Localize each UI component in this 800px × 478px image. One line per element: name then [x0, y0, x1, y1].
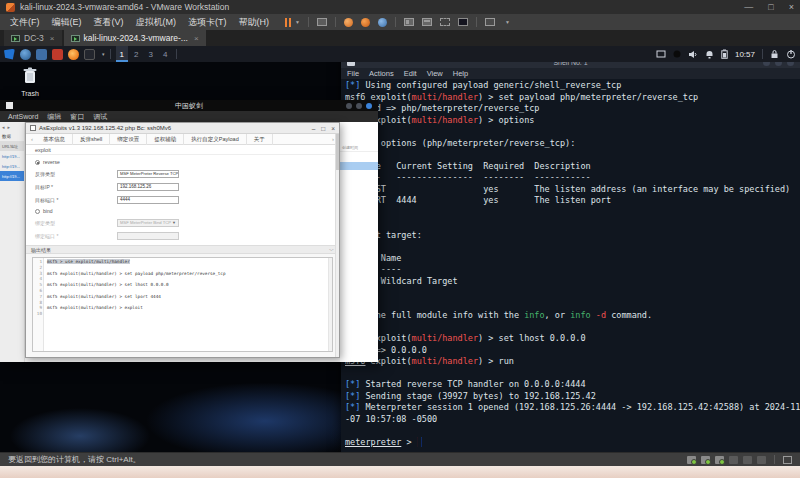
snapshot-manager-icon[interactable] [378, 18, 387, 27]
notifications-bell-icon[interactable] [705, 50, 714, 59]
output-console[interactable]: 12345678910 msf5 > use exploit/multi/han… [32, 257, 333, 352]
collapse-chevron-icon[interactable]: ﹀ [329, 247, 334, 253]
bind-radio[interactable]: bind [35, 206, 330, 216]
menu-item-帮助(H)[interactable]: 帮助(H) [233, 16, 276, 29]
antsword-menu-item[interactable]: 调试 [93, 112, 107, 122]
file-manager-icon[interactable] [36, 49, 47, 60]
workspace-1[interactable]: 1 [116, 46, 128, 62]
terminal-menu-help[interactable]: Help [453, 69, 468, 78]
workspace-2[interactable]: 2 [130, 46, 142, 62]
dialog-scrollbar[interactable] [335, 134, 339, 357]
lock-icon[interactable] [770, 49, 779, 59]
dialog-tab-提权辅助[interactable]: 提权辅助 [147, 134, 184, 145]
guest-desktop: ▾ 1234 10:57 T [0, 46, 800, 452]
back-arrow-icon[interactable]: ◂ [2, 124, 5, 130]
output-scrollbar[interactable] [328, 258, 332, 351]
kali-panel: ▾ 1234 10:57 [0, 46, 800, 62]
terminal-output[interactable]: [*] Using configured payload generic/she… [341, 79, 800, 452]
bounce-type-select[interactable]: MSF MeterPreter Reverse TCP▼ [117, 170, 179, 178]
antsword-menu-item[interactable]: 编辑 [47, 112, 61, 122]
terminal-dropdown-icon[interactable]: ▾ [102, 51, 105, 57]
console-view-icon[interactable] [458, 18, 468, 26]
show-thumbnail-bar-icon[interactable] [422, 18, 432, 26]
bind-type-select[interactable]: MSF MeterPreter Bind TCP▼ [117, 219, 179, 227]
workspace-3[interactable]: 3 [144, 46, 156, 62]
display-icon[interactable] [656, 50, 666, 59]
browser-icon[interactable] [20, 49, 31, 60]
trash-desktop-icon[interactable]: Trash [12, 66, 48, 97]
terminal-line [345, 425, 800, 437]
antsword-titlebar[interactable]: 中国蚁剑 [0, 100, 378, 111]
maximize-button[interactable]: □ [768, 0, 773, 14]
usb-device-icon[interactable] [729, 456, 738, 464]
workspace-4[interactable]: 4 [159, 46, 171, 62]
close-button[interactable]: × [789, 0, 794, 14]
reverse-radio[interactable]: reverse [35, 157, 330, 167]
show-library-icon[interactable] [404, 18, 414, 26]
printer-device-icon[interactable] [743, 456, 752, 464]
dialog-tab-绑定设置[interactable]: 绑定设置 [110, 134, 147, 145]
take-snapshot-icon[interactable] [361, 18, 370, 27]
shell-list-header: URL地址 [0, 142, 24, 151]
menu-item-编辑(E)[interactable]: 编辑(E) [46, 16, 88, 29]
target-ip-input[interactable]: 192.168.125.26 [117, 183, 179, 191]
forward-arrow-icon[interactable]: ▸ [8, 124, 11, 130]
recorder-dot-icon[interactable] [673, 50, 681, 58]
vm-tab-close-icon[interactable]: × [194, 34, 199, 43]
shell-list-item[interactable]: http://19... [0, 171, 24, 181]
sidebar-tab-data[interactable]: 数据 [0, 132, 24, 142]
antsword-menu-item[interactable]: AntSword [8, 113, 38, 120]
dialog-tab-反弹shell[interactable]: 反弹shell [73, 134, 110, 145]
dialog-titlebar[interactable]: AsExploits v1.3 192.168.125.42 php Bc: s… [26, 123, 339, 134]
vm-tab-close-icon[interactable]: × [50, 34, 55, 43]
vm-tab[interactable]: kali-linux-2024.3-vmware-...× [64, 30, 206, 46]
dialog-tab-关于[interactable]: 关于 [247, 134, 273, 145]
bind-port-input[interactable] [117, 232, 179, 240]
revert-snapshot-icon[interactable] [344, 18, 353, 27]
volume-icon[interactable] [688, 50, 698, 59]
minimize-button[interactable]: — [744, 0, 753, 14]
terminal-line [345, 368, 800, 380]
dialog-close-button[interactable]: × [331, 125, 335, 132]
output-code: msf5 > use exploit/multi/handler msf5 ex… [44, 258, 328, 351]
selected-shell-row[interactable] [340, 162, 378, 170]
target-port-input[interactable]: 4444 [117, 196, 179, 204]
shell-list-item[interactable]: http://19... [0, 161, 24, 171]
message-log-icon[interactable] [783, 456, 792, 464]
battery-icon[interactable] [721, 49, 728, 59]
terminal-line: msf6 exploit(multi/handler) > options [345, 115, 800, 127]
kali-menu-icon[interactable] [4, 49, 15, 60]
harddisk-device-icon[interactable] [687, 456, 696, 464]
terminal-menu-actions[interactable]: Actions [369, 69, 394, 78]
unity-mode-icon[interactable] [440, 18, 450, 26]
network-device-icon[interactable] [701, 456, 710, 464]
terminal-menu-edit[interactable]: Edit [404, 69, 417, 78]
sound-device-icon[interactable] [715, 456, 724, 464]
pause-vm-button[interactable]: ▼ [285, 18, 300, 27]
dialog-tab-基本信息[interactable]: 基本信息 [36, 134, 73, 145]
output-section-header[interactable]: 输出结果 ﹀ [26, 245, 339, 254]
antsword-menu-item[interactable]: 窗口 [70, 112, 84, 122]
menu-item-选项卡(T)[interactable]: 选项卡(T) [182, 16, 233, 29]
terminal-menu-view[interactable]: View [427, 69, 443, 78]
tabs-scroll-left-icon[interactable]: ‹ [28, 136, 36, 142]
menu-item-文件(F)[interactable]: 文件(F) [4, 16, 46, 29]
send-ctrl-alt-del-icon[interactable] [317, 18, 327, 26]
power-icon[interactable] [786, 49, 796, 59]
menu-item-虚拟机(M)[interactable]: 虚拟机(M) [130, 16, 183, 29]
terminal-line [345, 299, 800, 311]
firefox-icon[interactable] [68, 49, 79, 60]
dialog-minimize-button[interactable]: – [312, 125, 316, 132]
dialog-tab-执行自定义Payload[interactable]: 执行自定义Payload [184, 134, 246, 145]
terminal-menu-file[interactable]: File [347, 69, 359, 78]
text-editor-icon[interactable] [52, 49, 63, 60]
fullscreen-icon[interactable] [485, 18, 495, 26]
vm-tab[interactable]: DC-3× [4, 30, 62, 46]
terminal-launcher-icon[interactable] [84, 49, 95, 60]
clock[interactable]: 10:57 [735, 50, 755, 59]
menu-item-查看(V)[interactable]: 查看(V) [88, 16, 130, 29]
signal-device-icon[interactable] [757, 456, 766, 464]
shell-list-item[interactable]: http://19... [0, 151, 24, 161]
dialog-maximize-button[interactable]: □ [321, 125, 325, 132]
fullscreen-dropdown-icon[interactable]: ▼ [505, 19, 510, 25]
